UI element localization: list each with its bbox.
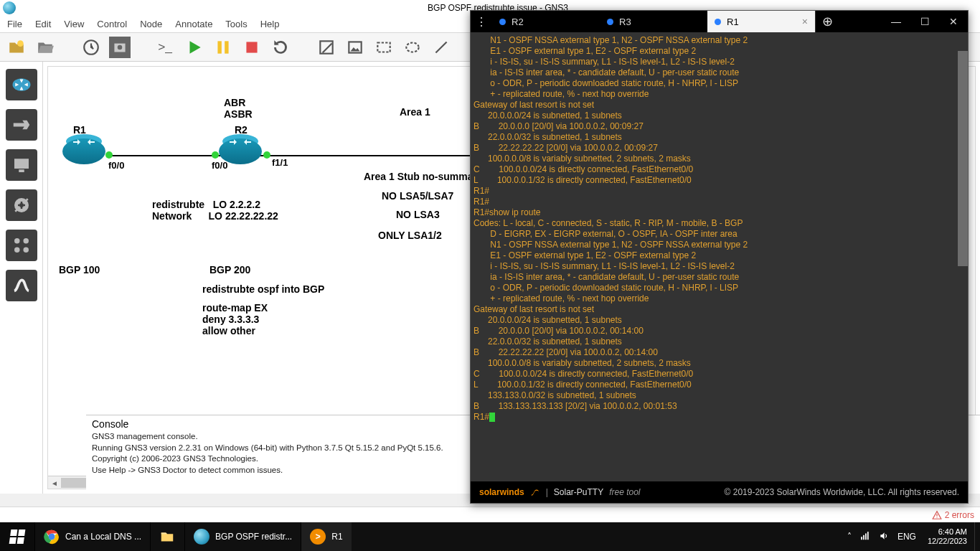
terminal-line: 22.0.0.0/32 is subnetted, 1 subnets (473, 132, 963, 143)
tray-network-icon[interactable] (860, 531, 870, 543)
terminal[interactable]: N1 - OSPF NSSA external type 1, N2 - OSP… (471, 32, 968, 481)
terminal-line: L 100.0.0.1/32 is directly connected, Fa… (473, 175, 963, 186)
palette-switches-icon[interactable] (6, 109, 37, 141)
svg-point-24 (936, 517, 937, 517)
label-bgp-redist: redistrubte ospf into BGP (202, 283, 324, 295)
svg-rect-10 (377, 42, 390, 52)
taskbar-clock[interactable]: 6:40 AM 12/22/2023 (920, 522, 974, 551)
putty-menu-icon[interactable]: ⋮ (471, 11, 492, 32)
svg-point-11 (406, 42, 418, 52)
label-only-lsa12: ONLY LSA1/2 (378, 230, 442, 241)
start-all-icon[interactable] (184, 37, 205, 58)
svg-line-12 (435, 42, 446, 52)
palette-end-devices-icon[interactable] (6, 149, 37, 181)
gns3-app-icon (3, 1, 16, 14)
menu-edit[interactable]: Edit (35, 19, 51, 29)
terminal-line: Gateway of last resort is not set (473, 304, 963, 315)
label-area1: Area 1 (400, 106, 430, 118)
system-tray[interactable]: ˄ ENG (843, 522, 920, 551)
new-project-icon[interactable] (6, 37, 27, 58)
label-bgp200: BGP 200 (209, 264, 250, 276)
terminal-line: B 20.0.0.0 [20/0] via 100.0.0.2, 00:14:0… (473, 326, 963, 336)
start-button[interactable] (0, 522, 34, 551)
terminal-line: 20.0.0.0/24 is subnetted, 1 subnets (473, 110, 963, 121)
svg-rect-5 (217, 41, 221, 53)
annotate-image-icon[interactable] (344, 37, 366, 58)
tab-r1[interactable]: R1× (707, 11, 815, 32)
warning-icon (932, 510, 942, 520)
clock-icon[interactable] (80, 37, 102, 58)
svg-point-3 (118, 44, 123, 50)
putty-statusbar: solarwinds | Solar-PuTTY free tool © 201… (471, 481, 968, 503)
close-tab-icon[interactable]: × (802, 16, 808, 27)
brand-solarwinds: solarwinds (479, 487, 524, 497)
taskbar-item-chrome[interactable]: Can a Local DNS ... (34, 522, 150, 551)
svg-rect-15 (14, 159, 29, 169)
open-project-icon[interactable] (34, 37, 56, 58)
solarwinds-logo-icon (530, 487, 540, 497)
reload-all-icon[interactable] (270, 37, 291, 58)
terminal-line: 133.133.0.0/32 is subnetted, 1 subnets (473, 390, 963, 401)
terminal-scrollbar[interactable] (958, 32, 968, 481)
label-stub: Area 1 Stub no-summary (364, 171, 483, 182)
tray-lang[interactable]: ENG (897, 532, 916, 542)
menu-tools[interactable]: Tools (225, 19, 247, 29)
tray-chevron-up-icon[interactable]: ˄ (847, 532, 852, 542)
terminal-line: R1#show ip route (473, 207, 963, 218)
node-r1[interactable] (62, 138, 105, 166)
terminal-line: R1# (473, 186, 963, 197)
annotate-rect-icon[interactable] (373, 37, 395, 58)
terminal-line: o - ODR, P - periodic downloaded static … (473, 78, 963, 89)
console-all-icon[interactable]: >_ (155, 37, 176, 58)
snapshot-icon[interactable] (109, 37, 131, 58)
terminal-line: E1 - OSPF external type 1, E2 - OSPF ext… (473, 46, 963, 57)
menu-file[interactable]: File (7, 19, 22, 29)
pause-all-icon[interactable] (212, 37, 234, 58)
menu-node[interactable]: Node (140, 19, 162, 29)
device-palette (0, 62, 43, 494)
taskbar-item-putty[interactable]: > R1 (301, 522, 351, 551)
tab-label: R2 (512, 17, 524, 27)
menu-annotate[interactable]: Annotate (175, 19, 212, 29)
terminal-line: i - IS-IS, su - IS-IS summary, L1 - IS-I… (473, 261, 963, 272)
terminal-line: B 22.22.22.22 [20/0] via 100.0.0.2, 00:1… (473, 347, 963, 358)
tab-r2[interactable]: R2 (492, 11, 600, 32)
show-desktop-button[interactable] (974, 522, 980, 551)
windows-logo-icon (9, 529, 26, 544)
gns3-icon (194, 529, 209, 545)
terminal-line: 20.0.0.0/24 is subnetted, 1 subnets (473, 315, 963, 326)
menu-control[interactable]: Control (97, 19, 127, 29)
svg-rect-30 (867, 532, 869, 540)
terminal-line: N1 - OSPF NSSA external type 1, N2 - OSP… (473, 240, 963, 250)
explorer-icon (159, 529, 175, 545)
window-close-icon[interactable]: ✕ (939, 11, 968, 32)
menu-view[interactable]: View (64, 19, 84, 29)
tab-r3[interactable]: R3 (600, 11, 707, 32)
scroll-left-icon[interactable]: ◄ (48, 476, 61, 489)
status-errors[interactable]: 2 errors (945, 510, 974, 520)
taskbar-item-gns3[interactable]: BGP OSPF redistr... (184, 522, 301, 551)
annotate-line-icon[interactable] (430, 37, 452, 58)
window-maximize-icon[interactable]: ☐ (910, 11, 939, 32)
free-tool-label: free tool (609, 487, 640, 497)
terminal-line: o - ODR, P - periodic downloaded static … (473, 283, 963, 293)
tray-volume-icon[interactable] (879, 531, 889, 543)
wire-r1-r2 (109, 155, 482, 156)
port-dot-r2-f00 (212, 151, 219, 159)
taskbar-label: Can a Local DNS ... (65, 532, 141, 542)
scrollbar-thumb[interactable] (958, 51, 968, 266)
menu-help[interactable]: Help (260, 19, 280, 29)
palette-security-icon[interactable] (6, 189, 37, 221)
palette-routers-icon[interactable] (6, 69, 37, 100)
palette-all-icon[interactable] (6, 230, 37, 261)
cursor-icon (489, 413, 495, 422)
new-tab-button[interactable]: ⊕ (815, 11, 839, 32)
stop-all-icon[interactable] (241, 37, 263, 58)
prompt: R1# (473, 412, 489, 422)
svg-point-22 (23, 248, 29, 253)
palette-link-icon[interactable] (6, 270, 37, 301)
annotate-note-icon[interactable] (316, 37, 337, 58)
annotate-ellipse-icon[interactable] (402, 37, 423, 58)
taskbar-item-explorer[interactable] (150, 522, 184, 551)
window-minimize-icon[interactable]: — (882, 11, 910, 32)
